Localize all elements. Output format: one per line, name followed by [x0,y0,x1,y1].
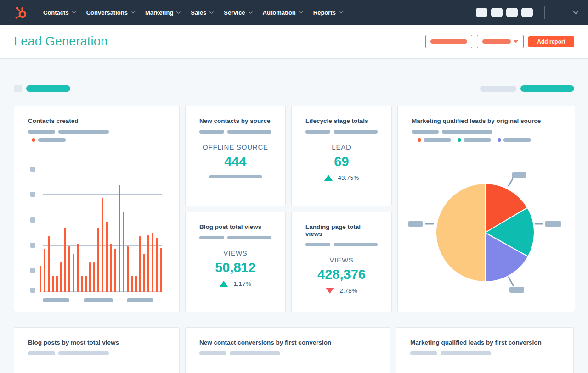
chevron-down-icon [299,10,303,13]
nav-action-icon-placeholder[interactable] [491,8,503,17]
nav-item-label: Marketing [145,9,173,16]
chevron-down-icon [72,10,76,13]
bar [60,262,62,292]
add-report-button[interactable]: Add report [528,36,574,47]
placeholder-pill [305,130,330,134]
x-axis-label-placeholder [43,298,69,302]
placeholder-pill [334,243,378,246]
bar [52,276,54,292]
card-subtitle-placeholders [199,351,376,355]
card-blog-posts-by-most-total-views: Blog posts by most total views [14,327,180,373]
y-axis-label-placeholder [30,192,35,197]
bar [143,254,145,292]
bar [131,276,133,292]
nav-action-icon-placeholder[interactable] [476,8,487,17]
bar [135,276,137,292]
chevron-down-icon [209,10,213,13]
card-mql-by-first-conversion: Marketing qualified leads by first conve… [396,327,574,373]
card-contacts-created: Contacts created [14,106,180,312]
delta-value: 1.17% [233,280,251,287]
card-subtitle-placeholders [305,130,378,134]
y-axis-label-placeholder [30,268,35,273]
bar [85,276,87,292]
dashboard-grid-top: Contacts created New contacts by source [14,106,588,312]
increase-arrow-icon [324,175,333,181]
header-filter-button-placeholder[interactable] [425,35,472,48]
bar [77,244,79,292]
decrease-arrow-icon [326,288,334,294]
account-chevron-down-icon[interactable] [573,9,578,14]
bar [102,198,103,292]
nav-item-label: Contacts [43,9,69,16]
nav-item-automation[interactable]: Automation [262,6,303,19]
dashboard-grid-bottom: Blog posts by most total views New conta… [14,327,588,373]
card-subtitle-placeholders [28,351,165,355]
nav-item-label: Service [224,9,245,16]
bar [89,262,91,292]
nav-item-service[interactable]: Service [223,6,252,19]
filter-group-left [14,85,70,92]
placeholder-pill [199,351,226,355]
card-lifecycle-stage-totals: Lifecycle stage totals LEAD 69 43.75% [291,106,392,206]
card-blog-post-total-views: Blog post total views VIEWS 50,812 1.17% [185,212,286,312]
nav-action-icon-placeholder[interactable] [506,8,518,17]
bar [152,233,153,292]
header-dropdown-button-placeholder[interactable] [477,35,524,48]
card-title: Blog post total views [199,223,271,230]
hubspot-logo-icon[interactable] [14,5,28,20]
placeholder-pill [28,130,55,134]
bar [106,222,108,292]
slice-label-placeholder [509,287,524,293]
bar [64,228,66,292]
chevron-down-icon [339,10,343,13]
card-mql-by-original-source: Marketing qualified leads by original so… [397,106,575,312]
bar-chart-track [40,169,162,292]
header-actions: Add report [425,35,574,48]
top-navigation-bar: Contacts Conversations Marketing Sales S… [0,0,588,25]
filter-pill-placeholder[interactable] [520,85,574,92]
bar [139,236,141,292]
filter-pill-placeholder[interactable] [26,85,70,92]
x-axis-label-placeholder [84,298,113,302]
bar [114,249,116,292]
card-subtitle-placeholders [199,130,271,134]
card-title: Landing page total views [305,223,378,237]
metric-value: 428,376 [292,267,391,282]
chevron-down-icon [131,10,135,13]
filter-checkbox-placeholder[interactable] [14,85,22,92]
metric-label: VIEWS [292,256,391,264]
nav-item-conversations[interactable]: Conversations [85,6,135,19]
placeholder-pill [227,130,271,134]
metric-label: LEAD [292,143,391,151]
bar [97,228,99,292]
card-title: New contacts by source [199,117,271,124]
pie-slice-segment-4 [436,184,485,282]
page-header: Lead Generation Add report [0,25,588,59]
card-subtitle-placeholders [199,236,271,239]
nav-item-marketing[interactable]: Marketing [144,6,180,19]
metric-value: 50,812 [186,260,285,275]
x-axis-label-placeholder [127,298,153,302]
card-new-contacts-by-source: New contacts by source OFFLINE SOURCE 44… [185,106,286,206]
nav-item-reports[interactable]: Reports [312,6,343,19]
placeholder-pill [58,130,109,134]
bar [93,262,95,292]
bar [123,212,124,292]
filter-pill-placeholder[interactable] [480,86,516,92]
nav-item-sales[interactable]: Sales [190,6,213,19]
placeholder-pill [410,351,437,355]
callout-connector [509,277,513,285]
bar [110,244,112,292]
nav-action-icon-placeholder[interactable] [521,8,533,17]
nav-item-contacts[interactable]: Contacts [42,6,76,19]
bar [81,276,83,292]
y-axis-label-placeholder [30,217,35,223]
delta-value: 43.75% [338,174,359,181]
slice-label-placeholder [408,221,423,227]
nav-item-label: Conversations [86,9,128,16]
filter-group-right [480,85,574,92]
card-subtitle-placeholders [305,243,378,246]
button-label-placeholder [430,39,467,44]
slice-label-placeholder [545,221,561,227]
card-title: Lifecycle stage totals [305,117,378,124]
